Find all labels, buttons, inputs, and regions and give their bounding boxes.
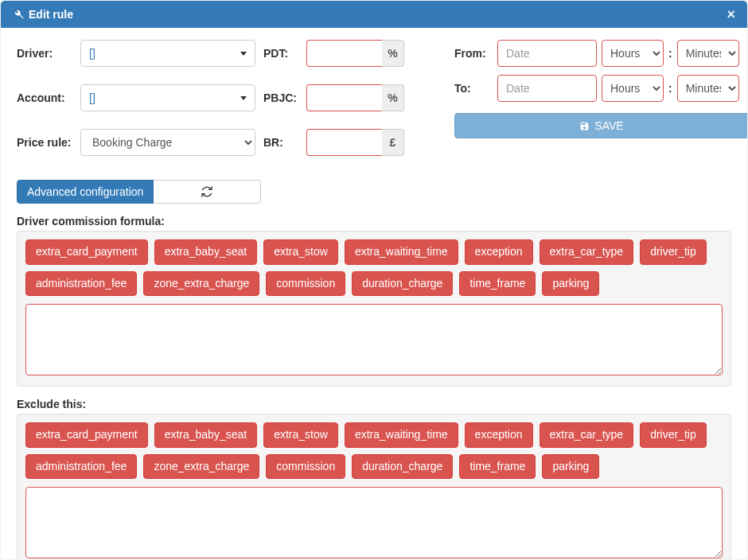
formula-textarea[interactable]	[25, 304, 723, 375]
formula-well: extra_card_paymentextra_baby_seatextra_s…	[17, 231, 731, 387]
pdt-input[interactable]	[306, 40, 382, 67]
modal-header: Edit rule ×	[1, 1, 747, 28]
account-label: Account:	[17, 91, 74, 104]
br-row: BR: £	[263, 129, 446, 156]
pdt-input-group: %	[306, 40, 404, 67]
chevron-down-icon	[240, 52, 247, 56]
percent-addon: %	[382, 84, 404, 111]
tag-parking[interactable]: parking	[542, 454, 599, 480]
pbjc-input[interactable]	[306, 84, 382, 111]
tag-extra-car-type[interactable]: extra_car_type	[540, 239, 634, 265]
tag-zone-extra-charge[interactable]: zone_extra_charge	[143, 271, 259, 297]
account-select-value: []	[89, 91, 95, 104]
pound-addon: £	[382, 129, 404, 156]
tag-exception[interactable]: exception	[465, 422, 533, 448]
top-form-grid: Driver: [] PDT: % From:	[17, 40, 731, 156]
tag-zone-extra-charge[interactable]: zone_extra_charge	[143, 454, 259, 480]
advanced-config-button[interactable]: Advanced configuration	[17, 180, 154, 204]
pbjc-row: PBJC: %	[263, 84, 446, 111]
chevron-down-icon	[240, 96, 247, 100]
account-row: Account: []	[17, 84, 255, 111]
tag-extra-waiting-time[interactable]: extra_waiting_time	[345, 422, 458, 448]
time-colon: :	[668, 47, 672, 60]
exclude-tags: extra_card_paymentextra_baby_seatextra_s…	[25, 422, 723, 479]
modal-body: Driver: [] PDT: % From:	[1, 28, 747, 559]
formula-tags: extra_card_paymentextra_baby_seatextra_s…	[25, 239, 723, 296]
tag-duration-charge[interactable]: duration_charge	[352, 454, 453, 480]
refresh-icon	[201, 185, 213, 198]
from-hours-select[interactable]: Hours	[602, 40, 664, 67]
close-icon[interactable]: ×	[727, 7, 735, 21]
tag-extra-waiting-time[interactable]: extra_waiting_time	[345, 239, 458, 265]
driver-row: Driver: []	[17, 40, 255, 67]
date-save-column: From: Hours : Minutes To: Hours	[454, 40, 747, 156]
to-label: To:	[454, 82, 493, 95]
tag-time-frame[interactable]: time_frame	[459, 454, 536, 480]
price-rule-label: Price rule:	[17, 136, 74, 150]
time-colon-2: :	[668, 82, 672, 95]
from-date-input[interactable]	[497, 40, 597, 67]
tag-duration-charge[interactable]: duration_charge	[352, 271, 453, 297]
modal-title-wrap: Edit rule	[13, 8, 73, 21]
exclude-well: extra_card_paymentextra_baby_seatextra_s…	[17, 414, 731, 559]
from-label: From:	[454, 47, 493, 60]
exclude-textarea[interactable]	[25, 487, 723, 558]
driver-label: Driver:	[17, 47, 74, 60]
tag-commission[interactable]: commission	[266, 271, 345, 297]
exclude-label: Exclude this:	[17, 398, 731, 410]
driver-select[interactable]: []	[80, 40, 255, 67]
save-label: SAVE	[594, 119, 623, 132]
modal-title: Edit rule	[29, 8, 73, 21]
pdt-label: PDT:	[263, 47, 300, 60]
price-rule-select[interactable]: Booking Charge	[80, 129, 255, 156]
save-icon	[579, 121, 590, 131]
pbjc-input-group: %	[306, 84, 404, 111]
save-button[interactable]: SAVE	[454, 113, 747, 138]
to-hours-select[interactable]: Hours	[602, 75, 664, 102]
advanced-config-row: Advanced configuration	[17, 180, 731, 204]
from-row: From: Hours : Minutes	[454, 40, 747, 67]
tag-extra-stow[interactable]: extra_stow	[263, 422, 338, 448]
edit-rule-modal: Edit rule × Driver: [] PDT: %	[0, 0, 748, 560]
tag-extra-baby-seat[interactable]: extra_baby_seat	[154, 422, 258, 448]
tag-extra-car-type[interactable]: extra_car_type	[540, 422, 634, 448]
tag-extra-stow[interactable]: extra_stow	[263, 239, 338, 265]
tag-exception[interactable]: exception	[465, 239, 533, 265]
tag-parking[interactable]: parking	[542, 271, 599, 297]
formula-label: Driver commission formula:	[17, 215, 731, 228]
tag-administration-fee[interactable]: administration_fee	[25, 454, 137, 480]
tag-driver-tip[interactable]: driver_tip	[640, 422, 707, 448]
tag-extra-baby-seat[interactable]: extra_baby_seat	[154, 239, 258, 265]
to-minutes-select[interactable]: Minutes	[677, 75, 739, 102]
br-label: BR:	[263, 136, 300, 149]
to-row: To: Hours : Minutes	[454, 75, 747, 102]
pdt-row: PDT: %	[263, 40, 446, 67]
percent-addon: %	[382, 40, 404, 67]
driver-select-value: []	[89, 47, 95, 60]
tag-extra-card-payment[interactable]: extra_card_payment	[25, 422, 148, 448]
br-input-group: £	[306, 129, 404, 156]
refresh-button[interactable]	[154, 180, 261, 204]
from-minutes-select[interactable]: Minutes	[677, 40, 739, 67]
br-input[interactable]	[306, 129, 382, 156]
price-rule-row: Price rule: Booking Charge	[17, 129, 255, 156]
tag-time-frame[interactable]: time_frame	[459, 271, 536, 297]
pbjc-label: PBJC:	[263, 91, 300, 104]
tag-commission[interactable]: commission	[266, 454, 345, 480]
tag-administration-fee[interactable]: administration_fee	[25, 271, 137, 297]
account-select[interactable]: []	[80, 84, 255, 111]
wrench-icon	[13, 9, 24, 20]
to-date-input[interactable]	[497, 75, 597, 102]
tag-extra-card-payment[interactable]: extra_card_payment	[25, 239, 148, 265]
tag-driver-tip[interactable]: driver_tip	[640, 239, 707, 265]
